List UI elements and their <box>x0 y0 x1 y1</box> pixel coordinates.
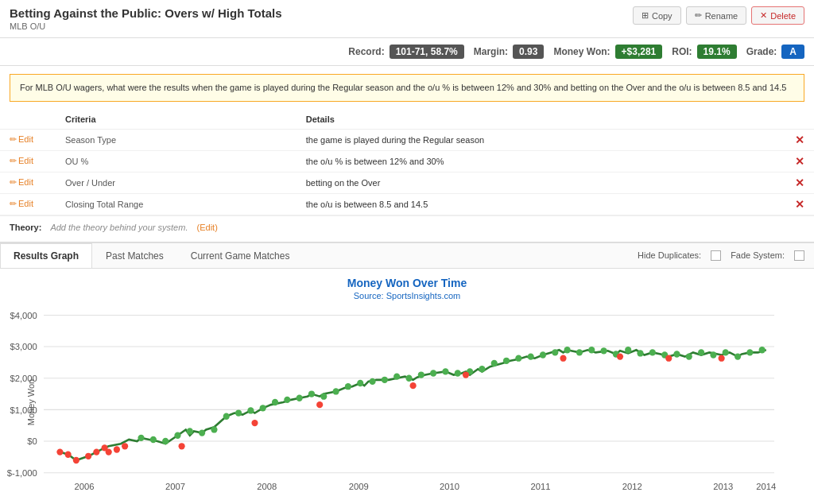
svg-point-90 <box>719 355 725 361</box>
copy-button[interactable]: ⊞ Copy <box>633 6 681 25</box>
svg-point-34 <box>187 428 193 434</box>
svg-text:2011: 2011 <box>530 481 550 490</box>
pencil-icon: ✏ <box>695 10 702 21</box>
svg-point-76 <box>698 349 704 355</box>
svg-point-86 <box>463 371 469 378</box>
table-row: ✏Edit Over / Under betting on the Over ✕ <box>0 172 814 193</box>
svg-point-61 <box>515 355 521 361</box>
svg-point-77 <box>710 351 716 358</box>
record-value: 101-71, 58.7% <box>390 45 464 59</box>
tabs-section: Results Graph Past Matches Current Game … <box>0 242 814 499</box>
svg-point-78 <box>723 349 729 355</box>
svg-point-48 <box>357 379 363 386</box>
svg-point-87 <box>560 355 566 361</box>
svg-point-23 <box>73 456 79 463</box>
criteria-detail-0: the game is played during the Regular se… <box>297 129 785 150</box>
svg-text:$4,000: $4,000 <box>10 310 37 320</box>
edit-link-2[interactable]: Edit <box>18 177 33 187</box>
criteria-detail-2: betting on the Over <box>297 172 785 193</box>
table-row: ✏Edit Closing Total Range the o/u is bet… <box>0 193 814 215</box>
table-row: ✏Edit Season Type the game is played dur… <box>0 129 814 150</box>
svg-point-54 <box>430 370 436 376</box>
grade-value: A <box>781 45 804 59</box>
svg-point-21 <box>56 448 63 455</box>
tab-results-graph[interactable]: Results Graph <box>0 243 92 268</box>
svg-point-25 <box>93 448 99 455</box>
svg-text:2012: 2012 <box>622 481 642 490</box>
svg-point-75 <box>686 353 692 359</box>
svg-point-62 <box>528 353 534 359</box>
svg-point-40 <box>260 405 266 411</box>
svg-point-56 <box>455 370 461 376</box>
svg-text:$0: $0 <box>27 436 37 446</box>
description-box: For MLB O/U wagers, what were the result… <box>10 74 804 102</box>
chart-container: Money Won $4,000 $3,000 $2,000 $1,000 $0… <box>44 307 774 498</box>
stats-bar: Record: 101-71, 58.7% Margin: 0.93 Money… <box>0 38 814 66</box>
criteria-name-3: Closing Total Range <box>56 193 297 215</box>
svg-point-41 <box>272 398 278 405</box>
grade-label: Grade: <box>746 46 777 57</box>
svg-point-45 <box>320 393 327 399</box>
delete-row-btn-2[interactable]: ✕ <box>795 176 804 189</box>
svg-point-46 <box>333 388 339 394</box>
pencil-icon-0: ✏ <box>10 134 17 144</box>
svg-point-22 <box>65 451 72 457</box>
svg-point-44 <box>308 390 315 397</box>
edit-link-3[interactable]: Edit <box>18 199 33 208</box>
svg-point-70 <box>625 347 631 353</box>
theory-edit-link[interactable]: (Edit) <box>197 223 218 232</box>
roi-value: 19.1% <box>697 45 737 59</box>
svg-text:2009: 2009 <box>349 481 369 490</box>
delete-row-btn-1[interactable]: ✕ <box>795 155 804 168</box>
svg-point-71 <box>637 350 643 356</box>
svg-point-80 <box>746 349 753 355</box>
svg-point-38 <box>235 409 242 416</box>
pencil-icon-2: ✏ <box>10 177 17 187</box>
tab-current-game-matches[interactable]: Current Game Matches <box>177 243 304 268</box>
roi-label: ROI: <box>672 46 692 57</box>
svg-point-37 <box>223 413 230 419</box>
margin-label: Margin: <box>474 46 508 57</box>
edit-link-1[interactable]: Edit <box>18 156 33 165</box>
svg-point-67 <box>588 347 595 353</box>
x-icon: ✕ <box>760 10 767 21</box>
svg-point-60 <box>503 357 510 363</box>
criteria-table: Criteria Details ✏Edit Season Type the g… <box>0 110 814 215</box>
svg-point-27 <box>106 448 112 455</box>
hide-duplicates-label: Hide Duplicates: <box>638 250 701 260</box>
svg-point-36 <box>211 426 217 432</box>
fade-system-checkbox[interactable] <box>794 250 804 261</box>
criteria-name-2: Over / Under <box>56 172 297 193</box>
hide-duplicates-checkbox[interactable] <box>711 250 721 261</box>
svg-point-24 <box>85 452 91 459</box>
svg-point-53 <box>418 371 424 378</box>
money-label: Money Won: <box>553 46 610 57</box>
svg-point-50 <box>382 376 388 382</box>
delete-row-btn-0[interactable]: ✕ <box>795 134 804 146</box>
theory-section: Theory: Add the theory behind your syste… <box>0 215 814 238</box>
rename-button[interactable]: ✏ Rename <box>686 6 747 25</box>
pencil-icon-3: ✏ <box>10 199 17 208</box>
edit-link-0[interactable]: Edit <box>18 134 33 144</box>
chart-area: Money Won Over Time Source: SportsInsigh… <box>0 269 814 499</box>
criteria-name-0: Season Type <box>56 129 297 150</box>
tab-past-matches[interactable]: Past Matches <box>92 243 177 268</box>
svg-point-68 <box>600 347 607 354</box>
chart-title: Money Won Over Time <box>0 277 814 289</box>
margin-value: 0.93 <box>513 45 544 59</box>
delete-row-btn-3[interactable]: ✕ <box>795 198 804 211</box>
svg-point-32 <box>162 437 169 444</box>
svg-point-83 <box>251 419 258 425</box>
svg-text:2010: 2010 <box>440 481 459 490</box>
criteria-name-1: OU % <box>56 150 297 172</box>
svg-point-82 <box>179 443 185 449</box>
col-details: Details <box>297 110 785 130</box>
delete-button[interactable]: ✕ Delete <box>751 6 804 25</box>
svg-point-55 <box>442 368 448 374</box>
svg-point-89 <box>665 355 672 361</box>
criteria-detail-3: the o/u is between 8.5 and 14.5 <box>297 193 785 215</box>
svg-point-39 <box>247 407 254 413</box>
chart-source: Source: SportsInsights.com <box>0 291 814 300</box>
svg-point-65 <box>564 347 571 353</box>
svg-text:2013: 2013 <box>713 481 733 490</box>
